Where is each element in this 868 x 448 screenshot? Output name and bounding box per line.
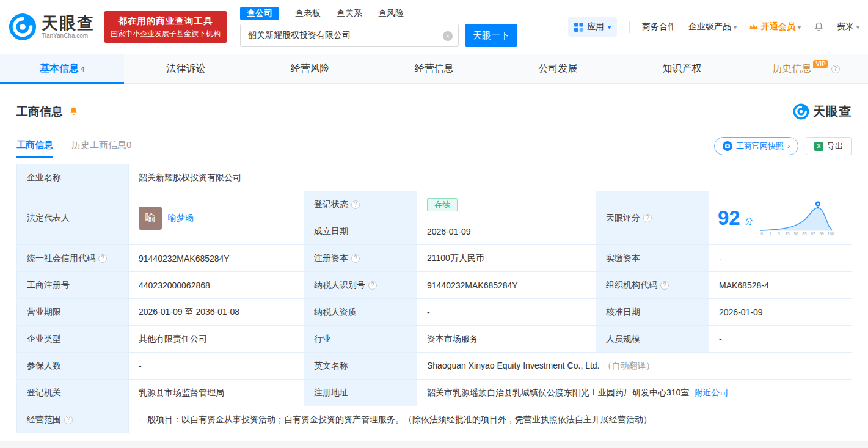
- official-snapshot-button[interactable]: 工商官网快照 ›: [714, 137, 798, 155]
- clear-icon[interactable]: ×: [443, 31, 453, 41]
- apps-menu[interactable]: 应用 ▾: [568, 17, 617, 37]
- tianyancha-logo[interactable]: 天眼查 TianYanCha.com: [9, 13, 95, 41]
- apps-menu-label: 应用: [587, 21, 604, 32]
- search-tab-risk[interactable]: 查风险: [378, 8, 404, 19]
- field-value-paid-capital: -: [709, 245, 852, 272]
- tianyancha-watermark-text: 天眼查: [813, 103, 852, 120]
- nav-enterprise-products-label: 企业级产品: [688, 21, 731, 32]
- field-value-address: 韶关市乳源瑶族自治县乳城镇侯公渡东阳光工业园药厂研发中心310室 附近公司: [417, 380, 852, 406]
- excel-icon: X: [814, 142, 823, 151]
- field-value-org-code: MAK68528-4: [709, 272, 852, 299]
- svg-text:100: 100: [827, 232, 834, 236]
- field-label-business-term: 营业期限: [17, 299, 129, 326]
- tab-intellectual-property[interactable]: 知识产权: [620, 54, 744, 83]
- svg-text:85: 85: [802, 232, 807, 236]
- field-value-insured-count: -: [129, 353, 304, 380]
- tianyancha-logo-icon: [9, 13, 37, 41]
- tab-operating-risk-label: 经营风险: [291, 62, 330, 75]
- subtab-row: 工商信息 历史工商信息0 工商官网快照 › X 导出: [16, 137, 852, 160]
- tab-legal-lawsuits[interactable]: 法律诉讼: [124, 54, 248, 83]
- nav-open-vip-label: 开通会员: [761, 21, 795, 32]
- page-bottom-strip: [0, 441, 868, 448]
- help-icon[interactable]: ?: [660, 281, 669, 290]
- field-value-staff-size: -: [709, 326, 852, 353]
- nearby-companies-link[interactable]: 附近公司: [694, 387, 728, 397]
- svg-text:15: 15: [785, 232, 790, 236]
- field-label-reg-capital: 注册资本?: [304, 245, 417, 272]
- table-row: 统一社会信用代码? 91440232MAK685284Y 注册资本? 21100…: [17, 245, 852, 272]
- export-button[interactable]: X 导出: [806, 137, 852, 155]
- search-tab-relation[interactable]: 查关系: [337, 8, 362, 19]
- nav-user-account[interactable]: 费米 ▾: [837, 21, 859, 32]
- table-row: 法定代表人 喻 喻梦旸 登记状态? 存续 天眼评分? 92 分: [17, 191, 852, 218]
- logo-domain: TianYanCha.com: [42, 33, 95, 40]
- svg-text:56: 56: [793, 232, 798, 236]
- field-label-establish-date: 成立日期: [304, 218, 417, 245]
- subtab-business-info[interactable]: 工商信息: [16, 139, 53, 158]
- tab-basic-info[interactable]: 基本信息4: [0, 54, 124, 83]
- field-value-taxpayer-id: 91440232MAK685284Y: [417, 272, 596, 299]
- search-button[interactable]: 天眼一下: [465, 24, 517, 47]
- field-label-paid-capital: 实缴资本: [596, 245, 709, 272]
- field-value-company-name: 韶关新耀股权投资有限公司: [129, 164, 852, 191]
- subtab-history-business-info[interactable]: 历史工商信息0: [71, 139, 131, 158]
- svg-text:3: 3: [778, 232, 780, 236]
- nav-enterprise-products[interactable]: 企业级产品 ▾: [688, 21, 737, 32]
- help-icon[interactable]: ?: [64, 416, 73, 424]
- apps-grid-icon: [574, 23, 583, 32]
- field-value-business-scope: 一般项目：以自有资金从事投资活动；自有资金投资的资产管理服务。（除依法须经批准的…: [129, 406, 852, 433]
- nav-open-vip[interactable]: 开通会员 ▾: [749, 21, 801, 32]
- help-icon[interactable]: ?: [368, 281, 377, 290]
- search-input[interactable]: [241, 24, 458, 46]
- tab-company-development[interactable]: 公司发展: [496, 54, 620, 83]
- help-icon[interactable]: ?: [831, 65, 840, 73]
- tab-history-info-label: 历史信息: [772, 62, 811, 75]
- status-badge: 存续: [427, 198, 458, 211]
- help-icon[interactable]: ?: [98, 254, 107, 263]
- nav-business-cooperation[interactable]: 商务合作: [642, 21, 676, 32]
- table-row: 企业类型 其他有限责任公司 行业 资本市场服务 人员规模 -: [17, 326, 852, 353]
- field-label-score: 天眼评分?: [596, 191, 709, 245]
- score-curve-chart[interactable]: 0 1 3 15 56 85 97 99 100: [758, 199, 836, 237]
- tab-operating-info[interactable]: 经营信息: [372, 54, 496, 83]
- section-title: 工商信息: [16, 104, 63, 120]
- help-icon[interactable]: ?: [351, 200, 360, 209]
- search-tab-boss[interactable]: 查老板: [295, 8, 321, 19]
- field-value-company-type: 其他有限责任公司: [129, 326, 304, 353]
- help-icon[interactable]: ?: [351, 254, 360, 263]
- chevron-right-icon: ›: [787, 142, 790, 150]
- nav-business-cooperation-label: 商务合作: [642, 21, 676, 32]
- subscribe-bell-icon[interactable]: [68, 106, 79, 117]
- field-label-business-scope: 经营范围?: [17, 406, 129, 433]
- tab-history-info[interactable]: 历史信息 VIP ?: [744, 54, 868, 83]
- logo-text: 天眼查: [42, 15, 95, 32]
- tab-basic-info-label: 基本信息: [40, 62, 79, 75]
- field-label-industry: 行业: [304, 326, 417, 353]
- legal-rep-avatar[interactable]: 喻: [139, 207, 162, 230]
- auto-translate-note: （自动翻译）: [604, 361, 655, 370]
- main-nav-tabs: 基本信息4 法律诉讼 经营风险 经营信息 公司发展 知识产权 历史信息 VIP …: [0, 54, 868, 84]
- legal-rep-link[interactable]: 喻梦旸: [168, 213, 194, 224]
- notification-bell-icon[interactable]: [813, 21, 825, 33]
- score-unit: 分: [745, 216, 753, 227]
- tianyancha-watermark: 天眼查: [793, 103, 852, 120]
- table-row: 经营范围? 一般项目：以自有资金从事投资活动；自有资金投资的资产管理服务。（除依…: [17, 406, 852, 433]
- search-box: ×: [240, 24, 459, 47]
- chevron-down-icon: ▾: [734, 24, 737, 31]
- tab-operating-risk[interactable]: 经营风险: [248, 54, 372, 83]
- field-value-reg-capital: 21100万人民币: [417, 245, 596, 272]
- search-tab-company[interactable]: 查公司: [240, 7, 279, 20]
- tab-legal-lawsuits-label: 法律诉讼: [167, 62, 206, 75]
- table-row: 工商注册号 440232000062868 纳税人识别号? 91440232MA…: [17, 272, 852, 299]
- chevron-down-icon: ▾: [856, 24, 859, 31]
- field-label-reg-number: 工商注册号: [17, 272, 129, 299]
- field-label-company-type: 企业类型: [17, 326, 129, 353]
- field-label-approval-date: 核准日期: [596, 299, 709, 326]
- vip-badge: VIP: [813, 60, 828, 68]
- field-label-address: 注册地址: [304, 380, 417, 406]
- help-icon[interactable]: ?: [643, 214, 652, 222]
- tab-operating-info-label: 经营信息: [415, 62, 454, 75]
- field-value-reg-number: 440232000062868: [129, 272, 304, 299]
- snapshot-camera-icon: [723, 141, 732, 151]
- svg-text:99: 99: [819, 232, 824, 236]
